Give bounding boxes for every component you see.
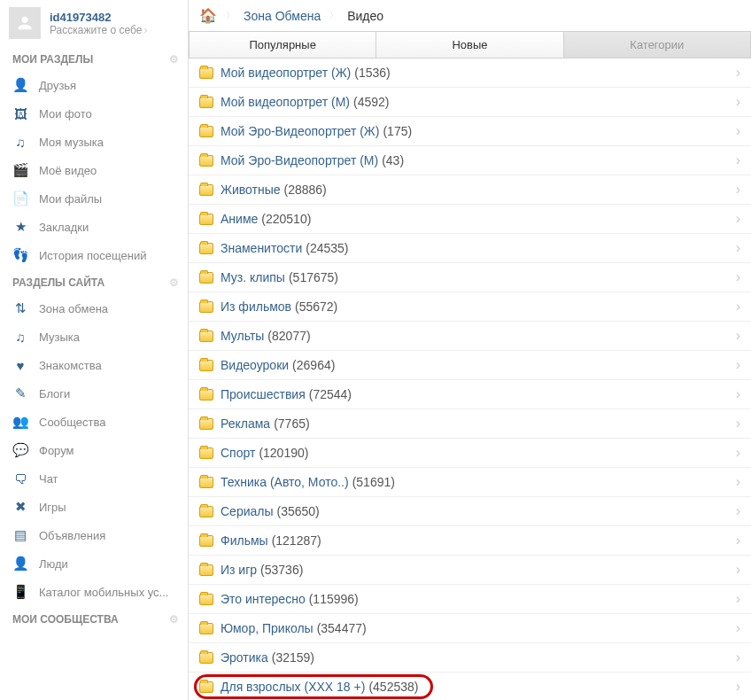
sidebar-site-item-5[interactable]: 💬Форум: [0, 436, 188, 464]
section-header-label: РАЗДЕЛЫ САЙТА: [12, 276, 105, 289]
folder-row[interactable]: Мой Эро-Видеопортрет (Ж)(175)›: [189, 117, 751, 146]
folder-row[interactable]: Это интересно(115996)›: [189, 585, 751, 614]
sidebar-my-item-3[interactable]: 🎬Моё видео: [0, 156, 188, 184]
folder-row[interactable]: Аниме(220510)›: [189, 205, 751, 234]
folder-row[interactable]: Муз. клипы(517675)›: [189, 263, 751, 292]
folder-count: (51691): [352, 475, 395, 489]
folder-row[interactable]: Знаменитости(24535)›: [189, 234, 751, 263]
sidebar-site-item-3[interactable]: ✎Блоги: [0, 379, 188, 408]
folder-row[interactable]: Реклама(7765)›: [189, 409, 751, 439]
folder-name: Мой видеопортрет (Ж): [221, 66, 351, 80]
folder-row[interactable]: Мульты(82077)›: [189, 322, 751, 351]
nav-icon: ▤: [12, 527, 28, 543]
folder-icon: [199, 623, 213, 634]
profile-block[interactable]: id41973482 Расскажите о себе ›: [0, 0, 188, 46]
folder-row[interactable]: Из игр(53736)›: [189, 556, 751, 585]
folder-count: (175): [383, 124, 412, 138]
folder-count: (26964): [292, 358, 335, 372]
nav-icon: ★: [12, 219, 28, 235]
sidebar-my-item-5[interactable]: ★Закладки: [0, 213, 188, 241]
sidebar-site-item-10[interactable]: 📱Каталог мобильных ус...: [0, 578, 188, 606]
chevron-right-icon: ›: [736, 65, 740, 81]
tab-new[interactable]: Новые: [376, 32, 563, 58]
nav-icon: ⇅: [12, 300, 28, 316]
chevron-right-icon: ›: [736, 123, 740, 139]
folder-name: Техника (Авто, Мото..): [221, 475, 349, 489]
folder-icon: [199, 535, 213, 547]
folder-name: Для взрослых (XXX 18 +): [221, 680, 365, 694]
chevron-right-icon: ›: [736, 474, 740, 490]
chevron-right-icon: ›: [736, 182, 740, 198]
sidebar-site-item-7[interactable]: ✖Игры: [0, 493, 188, 521]
folder-row[interactable]: Эротика(32159)›: [189, 643, 751, 673]
nav-icon: 🖼: [12, 105, 28, 121]
chevron-right-icon: ›: [736, 269, 740, 285]
folder-icon: [199, 126, 213, 137]
folder-count: (120190): [259, 446, 308, 460]
nav-label: Каталог мобильных ус...: [39, 586, 168, 599]
folder-icon: [199, 389, 213, 401]
sidebar-site-item-8[interactable]: ▤Объявления: [0, 521, 188, 549]
avatar: [9, 7, 41, 39]
nav-icon: 🗨: [12, 471, 28, 486]
sidebar-site-item-0[interactable]: ⇅Зона обмена: [0, 294, 188, 323]
profile-status[interactable]: Расскажите о себе ›: [50, 24, 148, 36]
folder-row[interactable]: Животные(28886)›: [189, 175, 751, 205]
nav-label: Люди: [39, 557, 68, 571]
folder-name: Юмор, Приколы: [221, 621, 314, 635]
chevron-right-icon: ›: [736, 328, 740, 344]
home-icon[interactable]: 🏠: [199, 7, 217, 24]
folder-row[interactable]: Фильмы(121287)›: [189, 526, 751, 556]
chevron-right-icon: ›: [736, 620, 740, 636]
chevron-right-icon: ›: [736, 649, 740, 665]
nav-icon: 📱: [12, 584, 28, 600]
breadcrumb-link[interactable]: Зона Обмена: [244, 9, 321, 23]
gear-icon[interactable]: ⚙: [169, 613, 179, 626]
folder-count: (43): [382, 153, 404, 167]
sidebar-site-item-1[interactable]: ♫Музыка: [0, 323, 188, 351]
folder-row[interactable]: Юмор, Приколы(354477)›: [189, 614, 751, 643]
sidebar-my-item-4[interactable]: 📄Мои файлы: [0, 184, 188, 213]
sidebar-site-item-4[interactable]: 👥Сообщества: [0, 408, 188, 436]
sidebar-my-item-6[interactable]: 👣История посещений: [0, 241, 188, 269]
nav-icon: ♫: [12, 134, 28, 150]
folder-row[interactable]: Сериалы(35650)›: [189, 497, 751, 526]
tab-popular[interactable]: Популярные: [190, 32, 376, 58]
sidebar-site-item-2[interactable]: ♥Знакомства: [0, 351, 188, 379]
sidebar-site-item-9[interactable]: 👤Люди: [0, 549, 188, 578]
nav-label: Моё видео: [39, 164, 97, 177]
folder-icon: [199, 652, 213, 664]
sidebar-my-item-1[interactable]: 🖼Мои фото: [0, 99, 188, 128]
folder-count: (517675): [289, 270, 338, 284]
sidebar-my-item-2[interactable]: ♫Моя музыка: [0, 128, 188, 156]
folder-row[interactable]: Из фильмов(55672)›: [189, 292, 751, 322]
section-header-label: МОИ СООБЩЕСТВА: [12, 613, 119, 626]
folder-row[interactable]: Спорт(120190)›: [189, 439, 751, 468]
chevron-right-icon: 〉: [226, 10, 235, 22]
nav-icon: ♫: [12, 329, 28, 345]
chevron-right-icon: ›: [736, 386, 740, 402]
gear-icon[interactable]: ⚙: [169, 276, 179, 289]
folder-row[interactable]: Мой видеопортрет (М)(4592)›: [189, 88, 751, 117]
folder-row[interactable]: Мой видеопортрет (Ж)(1536)›: [189, 58, 751, 88]
folder-row[interactable]: Видеоуроки(26964)›: [189, 351, 751, 380]
folder-count: (28886): [284, 183, 327, 197]
folder-name: Муз. клипы: [221, 270, 285, 284]
section-header-site: РАЗДЕЛЫ САЙТА ⚙: [0, 269, 188, 294]
gear-icon[interactable]: ⚙: [169, 53, 179, 66]
folder-row[interactable]: Мой Эро-Видеопортрет (М)(43)›: [189, 146, 751, 175]
folder-row[interactable]: Для взрослых (XXX 18 +)(452538)›: [189, 673, 751, 700]
folder-count: (452538): [368, 680, 418, 694]
folder-name: Эротика: [221, 650, 268, 665]
section-header-my: МОИ РАЗДЕЛЫ ⚙: [0, 46, 188, 71]
folder-row[interactable]: Происшествия(72544)›: [189, 380, 751, 409]
profile-id[interactable]: id41973482: [50, 11, 148, 24]
folder-name: Мой Эро-Видеопортрет (М): [221, 153, 378, 167]
chevron-right-icon: ›: [736, 591, 740, 607]
folder-count: (4592): [353, 95, 389, 109]
tab-categories[interactable]: Категории: [564, 32, 750, 58]
sidebar-site-item-6[interactable]: 🗨Чат: [0, 464, 188, 493]
folder-row[interactable]: Техника (Авто, Мото..)(51691)›: [189, 468, 751, 497]
sidebar-my-item-0[interactable]: 👤Друзья: [0, 71, 188, 99]
nav-label: Музыка: [39, 331, 80, 344]
